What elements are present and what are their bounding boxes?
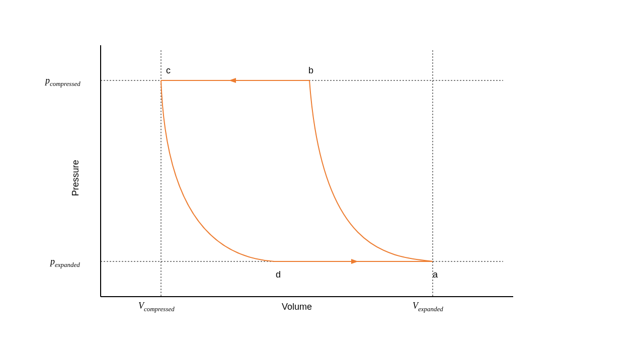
point-c: c — [166, 65, 171, 76]
xtick-v-compressed: Vcompressed — [138, 301, 175, 313]
v-expanded-v: V — [413, 301, 418, 311]
point-b: b — [308, 65, 313, 76]
curve-a-b — [309, 80, 433, 261]
pv-diagram: Volume Pressure pcompressed pexpanded Vc… — [0, 0, 644, 362]
xtick-v-expanded: Vexpanded — [413, 301, 443, 313]
y-axis-label: Pressure — [70, 160, 81, 196]
v-compressed-sub: compressed — [144, 305, 175, 313]
p-expanded-p: p — [50, 256, 55, 266]
v-compressed-v: V — [138, 301, 144, 311]
p-compressed-sub: compressed — [50, 80, 80, 87]
p-compressed-p: p — [45, 75, 50, 85]
ytick-p-expanded: pexpanded — [50, 256, 80, 269]
v-expanded-sub: expanded — [418, 305, 443, 313]
arrow-d-a — [351, 259, 358, 264]
point-a: a — [433, 269, 438, 280]
plot-svg — [0, 0, 644, 362]
curve-c-d — [161, 80, 274, 261]
arrow-b-c — [229, 78, 236, 83]
x-axis-label: Volume — [282, 302, 312, 312]
point-d: d — [276, 269, 281, 280]
ytick-p-compressed: pcompressed — [45, 75, 80, 88]
p-expanded-sub: expanded — [55, 261, 80, 268]
